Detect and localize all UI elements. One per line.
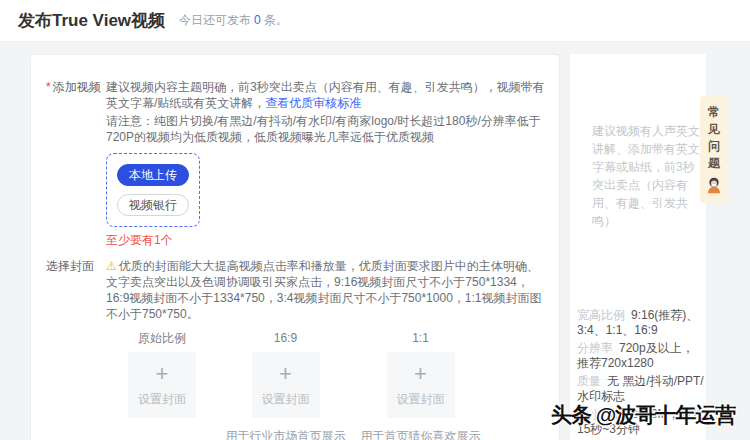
select-cover-label: 选择封面 bbox=[31, 258, 106, 440]
cover-slot-original: 原始比例 + 设置封面 bbox=[106, 330, 218, 440]
watermark-text: 头条 @波哥十年运营 bbox=[551, 401, 735, 429]
quality-standard-link[interactable]: 查看优质审核标准 bbox=[265, 96, 361, 110]
quota-prefix: 今日还可发布 bbox=[179, 13, 251, 27]
plus-icon: + bbox=[279, 363, 292, 385]
add-video-content: 建议视频内容主题明确，前3秒突出卖点（内容有用、有趣、引发共鸣），视频带有英文字… bbox=[106, 79, 559, 258]
cover-slot-16-9: 16:9 + 设置封面 用于行业市场首页展示 bbox=[218, 330, 353, 440]
video-bank-button[interactable]: 视频银行 bbox=[117, 194, 189, 216]
daily-quota: 今日还可发布0条。 bbox=[179, 12, 288, 29]
local-upload-button[interactable]: 本地上传 bbox=[117, 164, 189, 186]
cover-guideline-text: ⚠优质的封面能大大提高视频点击率和播放量，优质封面要求图片中的主体明确、文字卖点… bbox=[106, 258, 545, 322]
faq-tab-label: 常见问题 bbox=[707, 104, 721, 172]
cover-slot-title: 16:9 bbox=[218, 330, 353, 346]
select-cover-row: 选择封面 ⚠优质的封面能大大提高视频点击率和播放量，优质封面要求图片中的主体明确… bbox=[31, 258, 559, 440]
required-asterisk: * bbox=[46, 80, 51, 94]
publish-form-card: *添加视频 建议视频内容主题明确，前3秒突出卖点（内容有用、有趣、引发共鸣），视… bbox=[30, 54, 560, 440]
set-cover-button-original[interactable]: + 设置封面 bbox=[128, 352, 196, 418]
quota-suffix: 条。 bbox=[264, 13, 288, 27]
cover-slot-title: 原始比例 bbox=[106, 330, 218, 346]
set-cover-button-16-9[interactable]: + 设置封面 bbox=[252, 352, 320, 418]
video-upload-dropzone[interactable]: 本地上传 视频银行 bbox=[106, 153, 200, 227]
page-title: 发布True View视频 bbox=[18, 9, 165, 32]
cover-slot-caption bbox=[106, 428, 218, 440]
plus-icon: + bbox=[156, 363, 169, 385]
preview-placeholder-text: 建议视频有人声英文讲解、添加带有英文字幕或贴纸，前3秒突出卖点（内容有用、有趣、… bbox=[592, 122, 702, 230]
plus-icon: + bbox=[414, 363, 427, 385]
set-cover-button-1-1[interactable]: + 设置封面 bbox=[387, 352, 455, 418]
set-cover-label: 设置封面 bbox=[397, 391, 445, 407]
preview-panel: 建议视频有人声英文讲解、添加带有英文字幕或贴纸，前3秒突出卖点（内容有用、有趣、… bbox=[570, 54, 706, 440]
page-header: 发布True View视频 今日还可发布0条。 bbox=[0, 0, 750, 42]
add-video-row: *添加视频 建议视频内容主题明确，前3秒突出卖点（内容有用、有趣、引发共鸣），视… bbox=[31, 79, 559, 258]
warning-icon: ⚠ bbox=[106, 259, 117, 273]
cover-slot-grid: 原始比例 + 设置封面 16:9 + 设置封面 用于行业市场首页展示 bbox=[106, 330, 545, 440]
spec-resolution: 分辨率720p及以上，推荐720x1280 bbox=[577, 341, 704, 371]
min-video-hint: 至少要有1个 bbox=[106, 232, 545, 248]
select-cover-content: ⚠优质的封面能大大提高视频点击率和播放量，优质封面要求图片中的主体明确、文字卖点… bbox=[106, 258, 559, 440]
quota-count: 0 bbox=[254, 13, 261, 27]
cover-slot-caption: 用于首页猜你喜欢展示 bbox=[353, 428, 488, 440]
low-quality-notice-text: 请注意：纯图片切换/有黑边/有抖动/有水印/有商家logo/时长超过180秒/分… bbox=[106, 113, 545, 145]
spec-quality: 质量无 黑边/抖动/PPT/水印标志 bbox=[577, 374, 704, 404]
add-video-label: *添加视频 bbox=[31, 79, 106, 258]
spec-aspect-ratio: 宽高比例9:16(推荐)、3:4、1:1、16:9 bbox=[577, 308, 704, 338]
cover-slot-1-1: 1:1 + 设置封面 用于首页猜你喜欢展示 bbox=[353, 330, 488, 440]
video-guideline-text: 建议视频内容主题明确，前3秒突出卖点（内容有用、有趣、引发共鸣），视频带有英文字… bbox=[106, 79, 545, 111]
set-cover-label: 设置封面 bbox=[262, 391, 310, 407]
faq-tab[interactable]: 常见问题 bbox=[700, 96, 728, 203]
cover-slot-caption: 用于行业市场首页展示 bbox=[218, 428, 353, 440]
set-cover-label: 设置封面 bbox=[138, 391, 186, 407]
service-avatar-icon bbox=[700, 176, 728, 197]
cover-slot-title: 1:1 bbox=[353, 330, 488, 346]
